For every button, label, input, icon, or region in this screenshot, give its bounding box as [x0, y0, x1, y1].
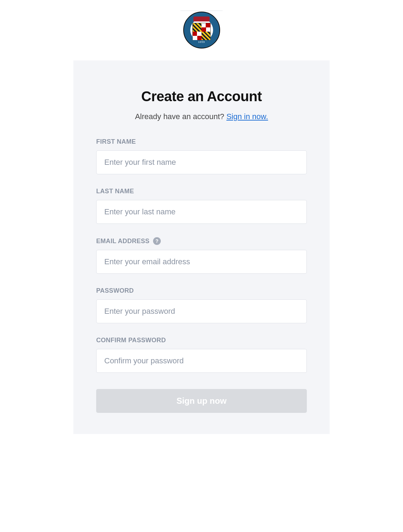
signup-form: FIRST NAME LAST NAME EMAIL ADDRESS ? PAS…	[96, 138, 307, 413]
seal-banner-year: 1659	[192, 40, 211, 44]
last-name-field-group: LAST NAME	[96, 188, 307, 224]
first-name-field-group: FIRST NAME	[96, 138, 307, 174]
first-name-label: FIRST NAME	[96, 138, 136, 145]
email-label: EMAIL ADDRESS	[96, 238, 150, 245]
signup-card: Create an Account Already have an accoun…	[73, 60, 330, 434]
page-title: Create an Account	[96, 89, 307, 104]
email-input[interactable]	[96, 250, 307, 274]
confirm-password-label: CONFIRM PASSWORD	[96, 337, 166, 344]
help-icon[interactable]: ?	[153, 237, 161, 245]
signin-link[interactable]: Sign in now.	[226, 112, 268, 121]
first-name-input[interactable]	[96, 150, 307, 174]
signup-button[interactable]: Sign up now	[96, 389, 307, 413]
password-field-group: PASSWORD	[96, 287, 307, 323]
last-name-label: LAST NAME	[96, 188, 134, 195]
password-input[interactable]	[96, 299, 307, 323]
email-field-group: EMAIL ADDRESS ?	[96, 237, 307, 274]
last-name-input[interactable]	[96, 200, 307, 224]
confirm-password-field-group: CONFIRM PASSWORD	[96, 337, 307, 373]
header-divider	[180, 11, 223, 11]
signin-prompt: Already have an account? Sign in now.	[96, 112, 307, 121]
county-seal-logo: 1659	[183, 12, 220, 48]
password-label: PASSWORD	[96, 287, 134, 294]
confirm-password-input[interactable]	[96, 349, 307, 373]
signin-prompt-text: Already have an account?	[135, 112, 226, 121]
